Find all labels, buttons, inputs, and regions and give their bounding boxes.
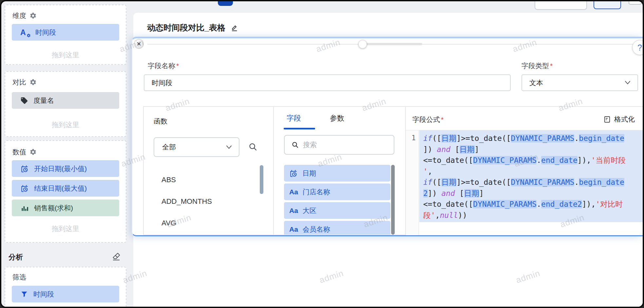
calendar-clock-icon (289, 169, 298, 178)
editor-gutter: 1 (406, 130, 419, 235)
code-line: <=to_date([DYNAMIC_PARAMS.end_date]),'当前… (423, 155, 643, 166)
field-item-label: 门店名称 (303, 187, 330, 197)
functions-panel: 函数 全部 ABSADD_MONTHSAVG (143, 107, 274, 235)
topbar-button-secondary[interactable] (535, 0, 587, 10)
values-pill-label: 销售额(求和) (34, 203, 73, 213)
search-icon (291, 141, 299, 149)
values-pill-label: 结束日期(最大值) (34, 184, 87, 193)
compare-pill-label: 度量名 (33, 96, 54, 105)
dimension-drop-zone[interactable]: 维度 A 时间段 拖到这里 (5, 5, 126, 65)
field-list-item[interactable]: Aa门店名称 (284, 183, 390, 200)
topbar-primary-button[interactable] (218, 0, 233, 6)
bar-chart-icon (20, 204, 29, 212)
function-category-select[interactable]: 全部 (154, 137, 239, 157)
tab-参数[interactable]: 参数 (327, 113, 347, 128)
format-button-label: 格式化 (614, 115, 635, 124)
function-list-item[interactable]: AVG (161, 212, 257, 234)
values-section-title: 数值 (12, 147, 26, 157)
eraser-icon[interactable] (111, 252, 121, 261)
fields-scrollbar[interactable] (391, 165, 395, 235)
field-item-label: 会员名称 (303, 225, 330, 234)
app-window: 动态时间段对比_表格 维度 A 时间段 拖到这里 对比 (0, 0, 644, 308)
calculated-field-icon: A (20, 28, 30, 37)
line-number: 1 (411, 134, 416, 142)
compare-drop-zone[interactable]: 对比 度量名 拖到这里 (5, 71, 126, 137)
code-line: ', (423, 166, 643, 177)
field-type-value: 文本 (529, 78, 543, 87)
required-asterisk: * (176, 62, 179, 69)
values-pill[interactable]: 销售额(求和) (12, 200, 119, 216)
values-drop-zone[interactable]: 数值 开始日期(最小值)结束日期(最大值)销售额(求和) 拖到这里 (5, 140, 126, 243)
code-line: 2]) and [日期] (423, 188, 643, 199)
text-field-icon: Aa (289, 207, 298, 215)
dimension-section-title: 维度 (12, 11, 26, 20)
field-item-label: 大区 (303, 206, 316, 215)
filter-pill-time-range[interactable]: 时间段 (12, 286, 119, 302)
function-list-item[interactable]: ADD_MONTHS (161, 191, 257, 212)
close-icon[interactable]: ✕ (134, 39, 144, 49)
tag-icon (20, 97, 28, 105)
page-title: 动态时间段对比_表格 (147, 22, 225, 33)
format-doc-icon (603, 116, 611, 123)
code-line: 段',null)) (423, 210, 643, 221)
topbar-mini-button[interactable] (629, 0, 642, 5)
field-type-select[interactable]: 文本 (521, 74, 638, 91)
calendar-clock-icon (20, 164, 29, 173)
gear-icon[interactable] (29, 148, 37, 156)
function-list-item[interactable]: ABS (161, 169, 257, 191)
compare-pill-measure-names[interactable]: 度量名 (12, 92, 119, 109)
filter-funnel-icon (20, 290, 28, 298)
field-search-placeholder: 搜索 (303, 140, 317, 149)
dimension-pill-label: 时间段 (35, 28, 56, 37)
fields-panel: 字段参数 搜索 日期Aa门店名称Aa大区Aa会员名称 (274, 107, 406, 235)
values-pill-label: 开始日期(最小值) (34, 164, 87, 173)
formula-label: 字段公式 (412, 116, 440, 123)
calculated-field-dialog: ✕ ? 字段名称* 字段类型* 文本 函数 全部 (132, 37, 643, 236)
functions-title: 函数 (154, 117, 167, 126)
functions-scrollbar[interactable] (260, 165, 263, 194)
edit-title-icon[interactable] (231, 23, 239, 32)
analysis-section: 分析 (5, 251, 126, 264)
field-type-label: 字段类型 (521, 62, 549, 69)
field-list-item[interactable]: Aa会员名称 (284, 221, 390, 235)
function-category-value: 全部 (162, 143, 176, 152)
field-search-input[interactable]: 搜索 (284, 135, 394, 155)
values-pill[interactable]: 开始日期(最小值) (12, 160, 119, 177)
code-line: ]) and [日期] (423, 144, 643, 155)
function-search-icon[interactable] (248, 142, 258, 152)
code-line: if([日期]>=to_date([DYNAMIC_PARAMS.begin_d… (423, 133, 643, 144)
help-icon[interactable]: ? (632, 40, 644, 55)
values-pill[interactable]: 结束日期(最大值) (12, 180, 119, 197)
gear-icon[interactable] (29, 12, 37, 19)
field-list-item[interactable]: 日期 (284, 165, 390, 182)
field-name-input[interactable] (144, 74, 511, 91)
chevron-down-icon (624, 80, 631, 85)
formula-code-editor[interactable]: if([日期]>=to_date([DYNAMIC_PARAMS.begin_d… (419, 130, 643, 221)
code-line: if([日期]>=to_date([DYNAMIC_PARAMS.begin_d… (423, 177, 643, 188)
tab-字段[interactable]: 字段 (284, 113, 304, 128)
filter-drop-zone[interactable]: 筛选 时间段 (5, 267, 126, 308)
field-name-label: 字段名称 (148, 62, 175, 69)
dialog-slider-thumb[interactable] (358, 40, 367, 48)
text-field-icon: Aa (289, 188, 298, 196)
chevron-down-icon (226, 145, 232, 149)
field-list-item[interactable]: Aa大区 (284, 202, 390, 219)
values-drop-placeholder: 拖到这里 (5, 224, 126, 233)
format-button[interactable]: 格式化 (603, 115, 635, 124)
calendar-clock-icon (20, 184, 29, 193)
filter-pill-label: 时间段 (33, 290, 54, 299)
formula-panel: 字段公式* 格式化 1 if([日期]>=to_date([DYNAMIC_PA… (406, 107, 643, 235)
filter-section-title: 筛选 (12, 273, 26, 282)
required-asterisk: * (441, 116, 444, 123)
dimension-drop-placeholder: 拖到这里 (5, 50, 126, 60)
topbar-button-primary-outline[interactable] (594, 0, 621, 9)
topbar-button-text-clipped (600, 0, 615, 1)
field-item-label: 日期 (302, 169, 316, 178)
dialog-slider-track[interactable] (363, 43, 422, 45)
code-line: <=to_date([DYNAMIC_PARAMS.end_date2]),'对… (423, 199, 643, 210)
dimension-pill-time-range[interactable]: A 时间段 (12, 24, 119, 41)
gear-icon[interactable] (29, 79, 37, 86)
compare-drop-placeholder: 拖到这里 (5, 120, 126, 129)
text-field-icon: Aa (289, 225, 298, 233)
active-tab-underline (284, 128, 315, 129)
